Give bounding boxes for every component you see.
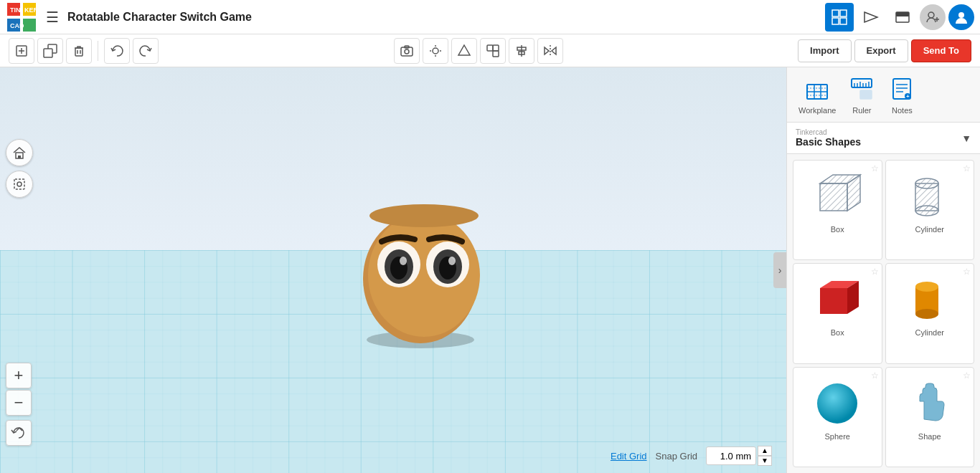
sphere-teal-label: Sphere: [825, 432, 850, 441]
snap-grid-label: Snap Grid: [656, 451, 698, 462]
zoom-out-button[interactable]: −: [6, 390, 32, 416]
viewport-controls: [6, 139, 33, 198]
send-to-button[interactable]: Send To: [911, 39, 971, 62]
shape-item-box-gray[interactable]: ☆ Box: [793, 160, 882, 260]
svg-point-95: [915, 206, 938, 216]
svg-rect-3: [23, 19, 36, 32]
ruler-icon: [847, 75, 876, 103]
fit-view-button[interactable]: [6, 171, 33, 198]
svg-rect-66: [14, 179, 24, 189]
svg-rect-81: [860, 90, 872, 99]
hand-blue-icon: [901, 373, 958, 431]
rotate-view-button[interactable]: [6, 420, 32, 446]
shape-grid: ☆ Box ☆: [787, 154, 980, 473]
star-cylinder-orange[interactable]: ☆: [963, 267, 971, 277]
svg-marker-43: [552, 47, 556, 54]
star-box-red[interactable]: ☆: [871, 267, 879, 277]
library-provider-label: Tinkercad: [796, 128, 861, 136]
star-sphere-teal[interactable]: ☆: [871, 371, 879, 381]
mirror-button[interactable]: [537, 38, 563, 64]
cylinder-gray-icon: [901, 166, 958, 224]
ruler-tool[interactable]: Ruler: [847, 75, 876, 115]
library-name-label: Basic Shapes: [796, 136, 861, 148]
star-hand-blue[interactable]: ☆: [963, 371, 971, 381]
project-title: Rotatable Character Switch Game: [67, 11, 819, 24]
cylinder-orange-icon: [901, 269, 958, 327]
svg-rect-13: [896, 12, 909, 16]
svg-text:KER: KER: [24, 6, 36, 14]
add-collaborator-button[interactable]: [920, 4, 946, 30]
menu-icon[interactable]: ☰: [43, 6, 62, 29]
shape-item-cylinder-orange[interactable]: ☆ Cylinder: [885, 263, 975, 363]
copy-button[interactable]: [37, 38, 63, 64]
svg-rect-9: [832, 18, 839, 24]
box-gray-label: Box: [831, 225, 844, 234]
cylinder-gray-label: Cylinder: [915, 225, 944, 234]
svg-rect-7: [832, 10, 839, 16]
undo-button[interactable]: [104, 38, 130, 64]
svg-point-101: [915, 309, 938, 319]
box-gray-icon: [809, 166, 866, 224]
zoom-in-icon: +: [14, 366, 24, 385]
shape-library-info: Tinkercad Basic Shapes: [796, 128, 861, 148]
grid-view-button[interactable]: [825, 3, 854, 32]
toolbar-separator-1: [98, 41, 98, 61]
light-button[interactable]: [423, 38, 448, 64]
gallery-button[interactable]: [888, 3, 917, 32]
notes-tool[interactable]: + Notes: [887, 75, 916, 115]
shape-tool-button[interactable]: [451, 38, 477, 64]
panel-tools: Workplane Ruler + Notes: [787, 67, 980, 123]
svg-point-100: [915, 282, 938, 292]
box-red-label: Box: [831, 328, 844, 337]
svg-rect-10: [840, 18, 847, 24]
character-3d: [341, 193, 514, 365]
svg-text:TIN: TIN: [10, 6, 21, 14]
new-shape-button[interactable]: [9, 38, 34, 64]
svg-rect-96: [820, 288, 847, 314]
workplane-icon: [803, 75, 831, 103]
star-cylinder-gray[interactable]: ☆: [963, 163, 971, 173]
home-view-button[interactable]: [6, 139, 33, 166]
shape-item-box-red[interactable]: ☆ Box: [793, 263, 882, 363]
delete-button[interactable]: [66, 38, 92, 64]
toolbar: Import Export Send To: [0, 34, 980, 67]
snap-grid-input[interactable]: [706, 446, 756, 465]
shape-item-sphere-teal[interactable]: ☆ Sphere: [793, 367, 882, 467]
svg-point-67: [17, 182, 22, 186]
svg-marker-11: [864, 12, 877, 22]
right-panel: Workplane Ruler + Notes Tinkercad Basic …: [786, 67, 980, 473]
shape-item-cylinder-gray[interactable]: ☆ Cylinder: [885, 160, 975, 260]
star-box-gray[interactable]: ☆: [871, 163, 879, 173]
svg-text:CAD: CAD: [10, 22, 24, 29]
learn-button[interactable]: [857, 3, 885, 32]
snap-down-button[interactable]: ▼: [758, 456, 772, 466]
sphere-teal-icon: [809, 373, 866, 431]
export-button[interactable]: Export: [854, 39, 908, 62]
svg-point-55: [369, 204, 479, 227]
dropdown-arrow-icon: ▼: [961, 133, 971, 144]
align-button[interactable]: [509, 38, 534, 64]
camera-view-button[interactable]: [394, 38, 420, 64]
workplane-label: Workplane: [798, 106, 836, 115]
canvas-area[interactable]: TOP FRONT: [0, 67, 786, 473]
toolbar-center-icons: [394, 38, 563, 64]
snap-up-button[interactable]: ▲: [758, 446, 772, 456]
user-avatar-button[interactable]: [948, 4, 974, 30]
svg-rect-35: [487, 45, 493, 51]
bottom-bar: Edit Grid Snap Grid ▲ ▼: [611, 446, 772, 466]
svg-rect-37: [493, 45, 499, 51]
shape-item-hand-blue[interactable]: ☆ Shape: [885, 367, 975, 467]
svg-point-102: [817, 383, 857, 424]
import-button[interactable]: Import: [798, 39, 851, 62]
panel-collapse-handle[interactable]: ›: [773, 252, 786, 288]
workplane-tool[interactable]: Workplane: [798, 75, 836, 115]
svg-rect-26: [401, 47, 413, 56]
svg-rect-89: [820, 183, 847, 211]
redo-button[interactable]: [133, 38, 159, 64]
svg-rect-8: [840, 10, 847, 16]
notes-label: Notes: [892, 106, 913, 115]
shape-library-dropdown[interactable]: Tinkercad Basic Shapes ▼: [787, 123, 980, 154]
edit-grid-label[interactable]: Edit Grid: [611, 451, 647, 462]
group-button[interactable]: [480, 38, 506, 64]
zoom-in-button[interactable]: +: [6, 363, 32, 388]
